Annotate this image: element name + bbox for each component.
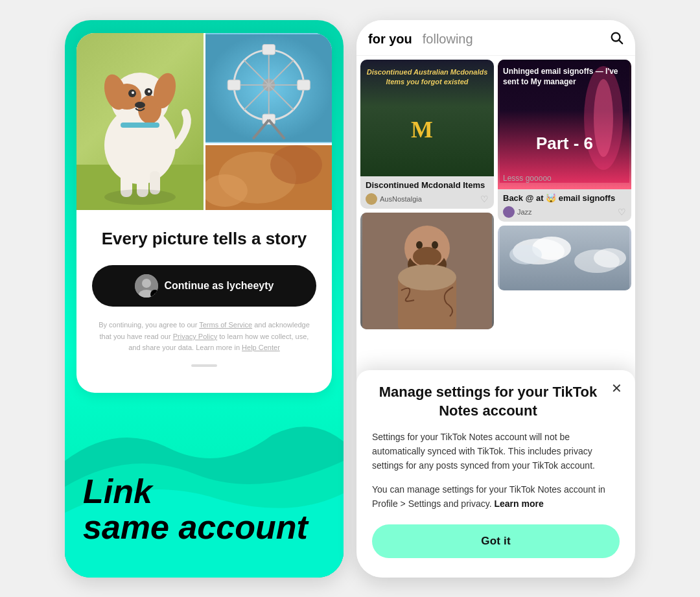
cta-line1: Link — [83, 474, 308, 509]
list-item[interactable]: Unhinged email signoffs — I've sent to M… — [498, 60, 631, 222]
svg-point-37 — [270, 145, 322, 184]
card2-author-name: Jazz — [517, 208, 532, 216]
svg-line-43 — [619, 40, 622, 43]
card2-author-row: Jazz ♡ — [503, 206, 626, 218]
avatar: ♪ — [135, 274, 158, 298]
svg-text:M: M — [411, 117, 433, 143]
svg-rect-12 — [121, 123, 159, 128]
bottom-cta: Link same account — [83, 474, 308, 544]
card2-part: Part - 6 — [498, 134, 631, 154]
modal-title: Manage settings for your TikTok Notes ac… — [372, 383, 620, 420]
svg-rect-29 — [262, 44, 275, 54]
onboarding-card: Every picture tells a story ♪ Continue a… — [76, 33, 332, 393]
card2-title: Back @ at 🤯 email signoffs — [503, 193, 626, 204]
modal-body-2: You can manage settings for your TikTok … — [372, 482, 620, 511]
card2-bottom-label: Lesss gooooo — [503, 174, 552, 183]
svg-point-16 — [104, 189, 176, 205]
card1-info: Discontinued Mcdonald Items AusNostalgia… — [360, 176, 494, 209]
svg-rect-32 — [297, 80, 310, 90]
tab-for-you[interactable]: for you — [368, 32, 412, 47]
card1-thumbnail: Discontinued Australian Mcdonalds Items … — [360, 60, 494, 176]
svg-point-55 — [398, 264, 456, 290]
card1-title: Discontinued Mcdonald Items — [366, 180, 489, 191]
card-title: Every picture tells a story — [92, 228, 316, 250]
card1-author: AusNostalgia — [366, 193, 422, 205]
cta-line2: same account — [83, 509, 308, 545]
ferris-image — [205, 33, 332, 143]
svg-point-65 — [594, 248, 626, 268]
modal-overlay: ✕ Manage settings for your TikTok Notes … — [356, 370, 635, 577]
svg-point-46 — [366, 193, 377, 205]
svg-point-59 — [503, 206, 515, 218]
card1-like-button[interactable]: ♡ — [480, 194, 489, 204]
dog-image — [76, 33, 204, 210]
main-container: Every picture tells a story ♪ Continue a… — [0, 0, 700, 597]
svg-point-53 — [413, 247, 441, 266]
card2-author: Jazz — [503, 206, 532, 218]
tiktok-header: for you following — [356, 20, 635, 56]
terms-text: By continuing, you agree to our Terms of… — [92, 320, 316, 354]
modal-close-button[interactable]: ✕ — [611, 380, 622, 396]
tab-following[interactable]: following — [423, 32, 473, 47]
author-avatar — [366, 193, 377, 205]
svg-rect-31 — [228, 80, 240, 90]
svg-point-40 — [142, 279, 151, 288]
card2-thumbnail: Unhinged email signoffs — I've sent to M… — [498, 60, 631, 189]
card-text-section: Every picture tells a story ♪ Continue a… — [76, 210, 332, 393]
modal-body-1: Settings for your TikTok Notes account w… — [372, 430, 620, 473]
terms-link[interactable]: Terms of Service — [199, 321, 252, 329]
learn-more-link[interactable]: Learn more — [494, 498, 543, 509]
svg-point-9 — [135, 102, 145, 108]
privacy-link[interactable]: Privacy Policy — [173, 333, 217, 340]
card3-thumbnail — [360, 213, 494, 329]
continue-button[interactable]: ♪ Continue as lycheeyty — [92, 265, 316, 307]
card4-thumbnail — [498, 226, 631, 290]
right-panel: for you following Discontinued Australia… — [356, 20, 635, 578]
list-item[interactable] — [360, 213, 494, 329]
svg-point-8 — [148, 90, 150, 93]
svg-point-7 — [132, 91, 134, 94]
card1-author-name: AusNostalgia — [380, 195, 422, 203]
got-it-button[interactable]: Got it — [372, 524, 620, 558]
continue-label: Continue as lycheeyty — [165, 280, 274, 292]
card2-like-button[interactable]: ♡ — [618, 207, 626, 217]
list-item[interactable]: Discontinued Australian Mcdonalds Items … — [360, 60, 494, 209]
left-panel: Every picture tells a story ♪ Continue a… — [65, 20, 344, 578]
orange-image — [205, 145, 332, 210]
svg-point-63 — [509, 245, 542, 264]
card1-overlay: Discontinued Australian Mcdonalds Items … — [360, 67, 494, 88]
search-button[interactable] — [609, 30, 624, 49]
search-icon — [609, 30, 624, 45]
help-link[interactable]: Help Center — [242, 344, 280, 351]
bottom-indicator — [191, 364, 217, 367]
list-item[interactable] — [498, 226, 631, 290]
card2-info: Back @ at 🤯 email signoffs Jazz ♡ — [498, 189, 631, 222]
svg-rect-30 — [262, 114, 275, 124]
image-grid — [76, 33, 332, 210]
author-avatar — [503, 206, 515, 218]
tiktok-badge: ♪ — [150, 290, 158, 298]
card2-overlay: Unhinged email signoffs — I've sent to M… — [503, 66, 626, 88]
card1-author-row: AusNostalgia ♡ — [366, 193, 489, 205]
